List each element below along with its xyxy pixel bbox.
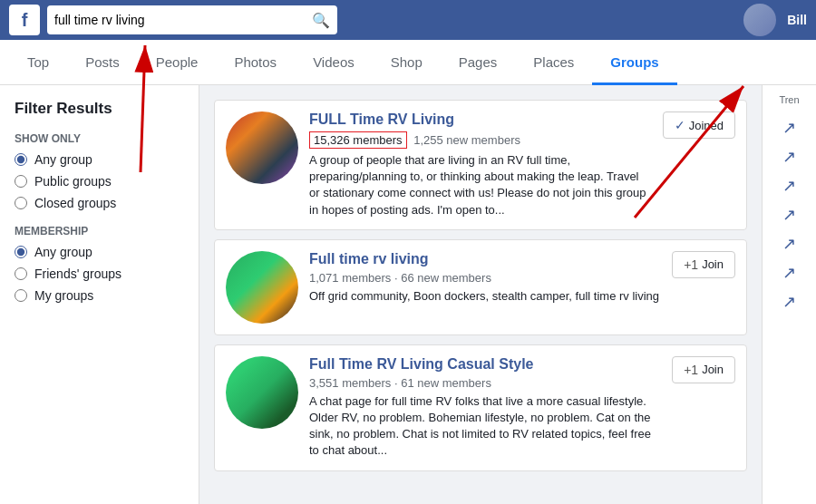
show-only-any-group[interactable]: Any group (15, 152, 184, 167)
tab-pages[interactable]: Pages (441, 40, 516, 85)
main-layout: Filter Results SHOW ONLY Any group Publi… (0, 85, 816, 504)
group-name-2[interactable]: Full time rv living (309, 251, 429, 267)
show-only-closed-groups[interactable]: Closed groups (15, 196, 184, 210)
trend-icon-7: ↗ (782, 292, 796, 312)
group-name-1[interactable]: FULL Time RV Living (309, 111, 454, 127)
filter-sidebar: Filter Results SHOW ONLY Any group Publi… (0, 85, 199, 504)
trend-icon-6: ↗ (782, 263, 796, 283)
tab-shop[interactable]: Shop (373, 40, 441, 85)
group-desc-3: A chat page for full time RV folks that … (309, 393, 661, 460)
new-members-3: 61 new members (401, 376, 491, 390)
group-name-3[interactable]: Full Time RV Living Casual Style (309, 356, 533, 372)
new-members-2: 66 new members (401, 271, 491, 285)
group-thumb-2 (226, 251, 298, 324)
group-card-2: Full time rv living 1,071 members · 66 n… (214, 239, 747, 335)
content-area: FULL Time RV Living 15,326 members 1,255… (199, 85, 762, 504)
group-info-3: Full Time RV Living Casual Style 3,551 m… (309, 356, 661, 460)
plus-icon-3: +1 (684, 363, 698, 377)
header: f 🔍 Bill (0, 0, 816, 40)
new-members-1: 1,255 new members (413, 133, 520, 147)
members-badge-1: 15,326 members (309, 131, 407, 149)
group-action-1: ✓ Joined (663, 111, 735, 139)
trend-icon-4: ↗ (782, 205, 796, 225)
nav-tabs: Top Posts People Photos Videos Shop Page… (0, 40, 816, 85)
group-desc-2: Off grid community, Boon dockers, stealt… (309, 288, 661, 305)
membership-friends-groups[interactable]: Friends' groups (15, 267, 184, 281)
avatar-image (743, 4, 776, 36)
group-info-1: FULL Time RV Living 15,326 members 1,255… (309, 111, 652, 218)
group-meta-1: 15,326 members 1,255 new members (309, 131, 652, 149)
user-name: Bill (787, 13, 807, 27)
trend-icon-3: ↗ (782, 176, 796, 196)
tab-places[interactable]: Places (515, 40, 592, 85)
search-icon: 🔍 (312, 12, 330, 29)
facebook-logo[interactable]: f (9, 5, 40, 35)
group-thumb-1 (226, 111, 298, 184)
show-only-public-groups[interactable]: Public groups (15, 174, 184, 189)
join-button-3[interactable]: +1 Join (672, 356, 735, 383)
trending-label: Tren (779, 94, 799, 105)
membership-my-groups[interactable]: My groups (15, 288, 184, 303)
group-meta-2: 1,071 members · 66 new members (309, 271, 661, 285)
check-icon: ✓ (675, 118, 685, 132)
group-desc-1: A group of people that are living in an … (309, 152, 652, 218)
group-info-2: Full time rv living 1,071 members · 66 n… (309, 251, 661, 305)
group-image-3 (226, 356, 298, 429)
group-card-3: Full Time RV Living Casual Style 3,551 m… (214, 344, 747, 471)
page-wrapper: f 🔍 Bill Top Posts People Photos Videos … (0, 0, 816, 504)
group-card-1: FULL Time RV Living 15,326 members 1,255… (214, 100, 747, 230)
tab-videos[interactable]: Videos (295, 40, 373, 85)
tab-posts[interactable]: Posts (67, 40, 138, 85)
search-box: 🔍 (47, 5, 337, 34)
show-only-label: SHOW ONLY (15, 132, 184, 145)
plus-icon-2: +1 (684, 257, 698, 272)
group-action-3: +1 Join (672, 356, 735, 383)
join-button-2[interactable]: +1 Join (672, 251, 735, 278)
members-2: 1,071 members (309, 271, 391, 285)
tab-photos[interactable]: Photos (216, 40, 295, 85)
members-3: 3,551 members (309, 376, 391, 390)
group-thumb-3 (226, 356, 298, 429)
trend-icon-1: ↗ (782, 118, 796, 138)
tab-people[interactable]: People (138, 40, 217, 85)
group-meta-3: 3,551 members · 61 new members (309, 376, 661, 390)
search-input[interactable] (54, 13, 312, 27)
membership-any-group[interactable]: Any group (15, 245, 184, 259)
joined-button-1[interactable]: ✓ Joined (663, 111, 735, 139)
trend-icon-5: ↗ (782, 234, 796, 254)
tab-top[interactable]: Top (9, 40, 67, 85)
group-action-2: +1 Join (672, 251, 735, 278)
group-image-2 (226, 251, 298, 324)
avatar (743, 4, 776, 36)
sidebar-title: Filter Results (15, 100, 184, 118)
trend-icon-2: ↗ (782, 147, 796, 167)
membership-label: MEMBERSHIP (15, 225, 184, 237)
tab-groups[interactable]: Groups (592, 40, 676, 85)
group-image-1 (226, 111, 298, 184)
right-sidebar: Tren ↗ ↗ ↗ ↗ ↗ ↗ ↗ (762, 85, 816, 504)
